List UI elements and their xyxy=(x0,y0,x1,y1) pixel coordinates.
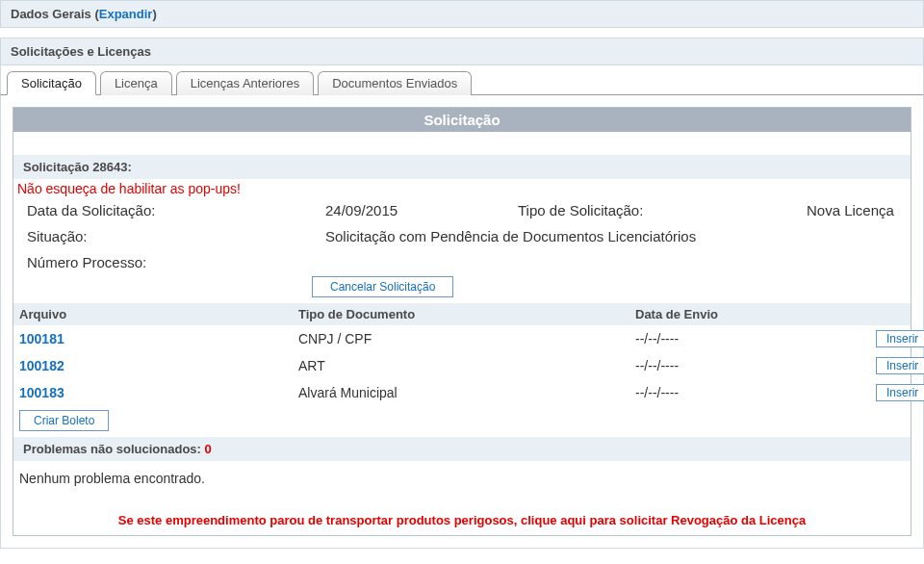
tab-licenca[interactable]: Licença xyxy=(100,71,172,95)
cancel-button-row: Cancelar Solicitação xyxy=(13,276,911,303)
cancel-solicitation-button[interactable]: Cancelar Solicitação xyxy=(312,276,453,297)
value-data-solicitacao: 24/09/2015 xyxy=(325,202,518,218)
general-data-label: Dados Gerais xyxy=(11,7,91,21)
doc-type: CNPJ / CPF xyxy=(298,331,635,346)
doc-date: --/--/---- xyxy=(635,331,876,346)
doc-type: Alvará Municipal xyxy=(298,385,635,400)
doc-date: --/--/---- xyxy=(635,358,876,373)
label-data-solicitacao: Data da Solicitação: xyxy=(27,202,325,218)
file-link[interactable]: 100183 xyxy=(19,385,64,400)
col-tipo-documento: Tipo de Documento xyxy=(298,307,635,321)
insert-button[interactable]: Inserir xyxy=(876,384,924,401)
info-grid: Data da Solicitação: 24/09/2015 Tipo de … xyxy=(13,196,911,276)
table-row: 100182 ART --/--/---- Inserir xyxy=(13,352,911,379)
boleto-row: Criar Boleto xyxy=(13,406,911,433)
label-tipo-solicitacao: Tipo de Solicitação: xyxy=(518,202,807,218)
problems-count: 0 xyxy=(205,442,212,456)
tab-licencas-anteriores[interactable]: Licenças Anteriores xyxy=(176,71,314,95)
value-numero-processo xyxy=(325,254,897,270)
no-problems-text: Nenhum problema encontrado. xyxy=(13,461,911,509)
file-link[interactable]: 100182 xyxy=(19,358,64,373)
doc-type: ART xyxy=(298,358,635,373)
label-numero-processo: Número Processo: xyxy=(27,254,325,270)
footer-warning-link[interactable]: Se este empreendimento parou de transpor… xyxy=(13,509,911,535)
inner-box: Solicitação Solicitação 28643: Não esque… xyxy=(13,107,911,536)
doc-date: --/--/---- xyxy=(635,385,876,400)
value-situacao: Solicitação com Pendência de Documentos … xyxy=(325,228,897,244)
tab-documentos-enviados[interactable]: Documentos Enviados xyxy=(318,71,472,95)
col-data-envio: Data de Envio xyxy=(635,307,876,321)
tab-row: Solicitação Licença Licenças Anteriores … xyxy=(0,64,924,95)
expand-link[interactable]: Expandir xyxy=(99,7,153,21)
tab-solicitacao[interactable]: Solicitação xyxy=(7,71,96,95)
section-title: Solicitações e Licenças xyxy=(0,38,924,64)
label-situacao: Situação: xyxy=(27,228,325,244)
file-link[interactable]: 100181 xyxy=(19,331,64,346)
problems-label: Problemas não solucionados: xyxy=(23,442,205,456)
popup-warning: Não esqueça de habilitar as pop-ups! xyxy=(13,179,911,196)
problems-header: Problemas não solucionados: 0 xyxy=(13,437,911,461)
general-data-header: Dados Gerais (Expandir) xyxy=(0,0,924,28)
spacer xyxy=(13,132,911,155)
tab-content: Solicitação Solicitação 28643: Não esque… xyxy=(0,95,924,549)
table-header: Arquivo Tipo de Documento Data de Envio xyxy=(13,303,911,325)
inner-title: Solicitação xyxy=(13,108,911,132)
insert-button[interactable]: Inserir xyxy=(876,357,924,374)
criar-boleto-button[interactable]: Criar Boleto xyxy=(19,410,109,431)
table-row: 100183 Alvará Municipal --/--/---- Inser… xyxy=(13,379,911,406)
col-arquivo: Arquivo xyxy=(19,307,298,321)
value-tipo-solicitacao: Nova Licença xyxy=(807,202,897,218)
insert-button[interactable]: Inserir xyxy=(876,330,924,347)
sub-header: Solicitação 28643: xyxy=(13,155,911,179)
table-row: 100181 CNPJ / CPF --/--/---- Inserir xyxy=(13,325,911,352)
